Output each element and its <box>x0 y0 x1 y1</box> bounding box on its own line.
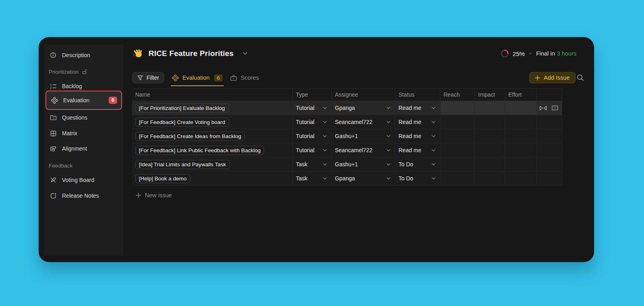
chevron-down-icon <box>386 163 390 166</box>
reach-cell[interactable] <box>440 129 475 143</box>
assignee-value: Gpanga <box>335 105 355 111</box>
chevron-down-icon <box>323 149 327 152</box>
type-select[interactable]: Tutorial <box>293 101 332 115</box>
type-value: Tutorial <box>296 147 314 153</box>
folder-question-icon[interactable]: ? <box>551 105 558 111</box>
issue-name-cell[interactable]: [For Feedback] Create Voting board <box>132 115 293 129</box>
effort-cell[interactable] <box>505 143 537 157</box>
type-select[interactable]: Tutorial <box>293 129 332 143</box>
effort-cell[interactable] <box>505 101 537 115</box>
filter-button[interactable]: Filter <box>132 72 164 83</box>
sidebar-item-matrix[interactable]: Matrix <box>44 128 123 139</box>
issue-name-pill[interactable]: [For Feedback] Link Public Feedback with… <box>135 146 264 155</box>
row-actions-cell <box>537 129 562 143</box>
type-value: Tutorial <box>296 119 314 125</box>
reach-cell[interactable] <box>440 115 475 129</box>
status-select[interactable]: To Do <box>395 157 440 172</box>
chevron-down-icon <box>323 135 327 138</box>
impact-cell[interactable] <box>475 157 505 172</box>
col-header-type: Type <box>293 89 332 101</box>
sidebar-item-evaluation[interactable]: Evaluation 6 <box>45 91 122 110</box>
sidebar-item-backlog[interactable]: 1 2 Backlog <box>44 81 123 92</box>
new-issue-button[interactable]: New issue <box>136 192 172 198</box>
issue-name-pill[interactable]: [Help] Book a demo <box>135 174 190 183</box>
release-notes-icon <box>50 193 57 199</box>
sidebar-item-voting-board[interactable]: Voting Board <box>44 174 123 186</box>
effort-cell[interactable] <box>505 115 537 129</box>
sidebar-item-questions[interactable]: ? Questions <box>44 112 123 123</box>
status-select[interactable]: Read me <box>395 101 440 115</box>
issue-name-pill[interactable]: [For Feedback] Create Ideas from Backlog <box>135 132 245 141</box>
assignee-value: Gashu+1 <box>335 161 358 167</box>
title-chevron-down-icon[interactable] <box>243 52 248 55</box>
section-label: Prioritization <box>49 69 78 75</box>
issue-name-cell[interactable]: [Idea] Trial Limits and Paywalls Task <box>132 157 293 172</box>
sidebar-item-description[interactable]: Description <box>44 50 123 61</box>
wave-emoji-icon <box>133 49 143 59</box>
effort-cell[interactable] <box>505 172 537 186</box>
status-select[interactable]: To Do <box>395 172 440 186</box>
assignee-select[interactable]: Seancamel722 <box>332 115 395 129</box>
sidebar-item-label: Matrix <box>62 130 77 136</box>
assignee-select[interactable]: Gpanga <box>332 101 395 115</box>
alignment-icon <box>50 146 57 152</box>
chevron-down-icon <box>431 135 436 138</box>
type-select[interactable]: Tutorial <box>293 115 332 129</box>
impact-cell[interactable] <box>475 172 505 186</box>
issue-name-cell[interactable]: [For Feedback] Create Ideas from Backlog <box>132 129 293 143</box>
svg-text:1: 1 <box>50 83 52 86</box>
issue-name-cell[interactable]: [Help] Book a demo <box>132 172 293 186</box>
type-select[interactable]: Task <box>293 172 332 186</box>
effort-cell[interactable] <box>505 157 537 172</box>
reach-cell[interactable] <box>440 143 475 157</box>
search-icon[interactable] <box>577 74 584 81</box>
assignee-select[interactable]: Gashu+1 <box>332 129 395 143</box>
chevron-down-icon <box>431 149 436 152</box>
chevron-down-icon <box>386 107 390 110</box>
status-select[interactable]: Read me <box>395 115 440 129</box>
impact-cell[interactable] <box>475 129 505 143</box>
chevron-down-icon <box>386 121 390 124</box>
sidebar-item-alignment[interactable]: Alignment <box>44 143 123 154</box>
impact-cell[interactable] <box>475 143 505 157</box>
type-select[interactable]: Task <box>293 157 332 172</box>
dot-separator <box>530 53 531 54</box>
issue-name-cell[interactable]: [For Prioritization] Evaluate Backlog <box>132 101 293 115</box>
impact-cell[interactable] <box>475 101 505 115</box>
tab-scores[interactable]: Scores <box>230 72 259 83</box>
chevron-down-icon <box>431 177 436 180</box>
briefcase-icon <box>230 75 237 81</box>
sidebar-item-label: Questions <box>62 114 87 121</box>
assignee-select[interactable]: Gashu+1 <box>332 157 395 172</box>
reach-cell[interactable] <box>440 101 475 115</box>
issue-name-cell[interactable]: [For Feedback] Link Public Feedback with… <box>132 143 293 157</box>
row-actions-cell <box>537 172 562 186</box>
deadline-prefix: Final in <box>536 50 555 57</box>
status-select[interactable]: Read me <box>395 129 440 143</box>
tab-label: Scores <box>241 74 259 81</box>
sidebar-item-label: Evaluation <box>63 97 89 103</box>
issue-name-pill[interactable]: [For Prioritization] Evaluate Backlog <box>135 103 229 113</box>
effort-cell[interactable] <box>505 129 537 143</box>
assignee-select[interactable]: Seancamel722 <box>332 143 395 157</box>
type-value: Tutorial <box>296 133 314 139</box>
issue-name-pill[interactable]: [For Feedback] Create Voting board <box>135 118 229 127</box>
video-icon[interactable] <box>539 105 547 111</box>
info-icon <box>50 52 57 58</box>
plus-icon <box>535 75 540 81</box>
reach-cell[interactable] <box>440 172 475 186</box>
assignee-select[interactable]: Gpanga <box>332 172 395 186</box>
type-select[interactable]: Tutorial <box>293 143 332 157</box>
issue-name-pill[interactable]: [Idea] Trial Limits and Paywalls Task <box>135 160 230 169</box>
section-label: Feedback <box>49 163 72 169</box>
reach-cell[interactable] <box>440 157 475 172</box>
status-value: Read me <box>398 133 421 139</box>
col-header-effort: Effort <box>505 89 537 101</box>
add-issue-button[interactable]: Add Issue <box>529 72 576 83</box>
status-select[interactable]: Read me <box>395 143 440 157</box>
tab-evaluation[interactable]: Evaluation 6 <box>172 72 223 83</box>
sidebar-item-release-notes[interactable]: Release Notes <box>44 190 123 201</box>
grid-icon <box>50 130 57 136</box>
impact-cell[interactable] <box>475 115 505 129</box>
tab-count-badge: 6 <box>214 74 223 81</box>
